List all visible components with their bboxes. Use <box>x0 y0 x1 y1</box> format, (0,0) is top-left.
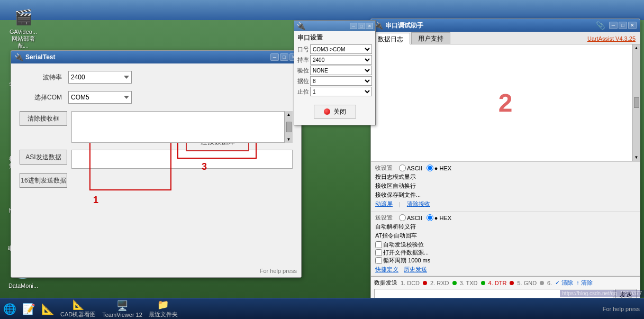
clear-receive-btn[interactable]: 清除接收框 <box>20 111 67 126</box>
asi-send-textarea[interactable] <box>71 150 293 169</box>
receive-ascii-label[interactable]: ASCII <box>399 165 422 171</box>
serial-test-icon: 🔌 <box>14 53 23 61</box>
com-select-row: 选择COM COM5 COM1 COM2 COM3 <box>20 91 293 104</box>
receive-settings-section: 收设置 ASCII ● HEX 按日志模式显示 <box>371 162 640 212</box>
link-divider: | <box>399 201 401 207</box>
taskbar-icon-doc[interactable]: 📝 <box>19 300 38 318</box>
send-hex-label[interactable]: ● HEX <box>427 214 451 221</box>
tab-data-log[interactable]: 数据日志 <box>371 33 410 44</box>
send-settings-section: 送设置 ASCII ● HEX 自动解析转义符 <box>371 212 640 276</box>
auto-save-text: 接收保存到文件... <box>375 191 421 199</box>
com-panel-close-btn[interactable]: ✕ <box>366 23 373 29</box>
receive-hex-radio[interactable] <box>427 165 433 171</box>
taskbar-item-teamviewer[interactable]: 🖥️ TeamViewer 12 <box>99 299 146 319</box>
desktop-icon-gavideo-label: GAVideo... 网站部署配... <box>6 29 40 50</box>
receive-textarea[interactable] <box>71 111 293 143</box>
stop-select[interactable]: 1 <box>310 87 372 96</box>
baud-rate-label: 波特率 <box>20 73 62 82</box>
auto-check-label: 自动发送校验位 <box>383 241 424 249</box>
data-select[interactable]: 8 <box>310 76 372 86</box>
receive-hex-label[interactable]: ● HEX <box>427 165 451 171</box>
mode-display-text: 按日志模式显示 <box>375 173 416 181</box>
signal-txd-dot <box>481 281 485 285</box>
scrollbar-down-icon[interactable]: ▼ <box>287 137 291 142</box>
clear-btn-2[interactable]: ↑ 清除 <box>576 279 593 287</box>
rate-row: 持率 2400 <box>297 55 372 65</box>
receive-settings-row4: 接收保存到文件... <box>375 191 636 199</box>
cycle-period-label: 循环周期 1000 ms <box>383 257 430 265</box>
send-checkbox-row3: 循环周期 1000 ms <box>375 257 636 265</box>
baud-rate-select[interactable]: 2400 4800 9600 19200 <box>68 71 132 84</box>
receive-scrollbar-up[interactable]: ▲ <box>634 45 639 50</box>
com-settings-panel: 🔌 ─ □ ✕ 串口设置 口号 COM3->COM 持率 2400 <box>294 20 376 125</box>
serial-test-minimize-btn[interactable]: ─ <box>270 53 279 61</box>
open-file-checkbox[interactable] <box>375 249 382 256</box>
clear-btn-1[interactable]: ✓ 清除 <box>555 279 573 287</box>
receive-scrollbar-thumb[interactable] <box>634 97 639 108</box>
taskbar-item-files[interactable]: 📁 最近文件夹 <box>146 298 181 319</box>
serial-test-window: 🔌 SerialTest ─ □ ✕ 波特率 2400 4800 9600 19… <box>11 50 302 278</box>
com-panel-maximize-btn[interactable]: □ <box>358 23 365 29</box>
signal-dcd-dot <box>423 281 427 285</box>
signal-3-label: 3. TXD <box>460 280 478 286</box>
receive-links-row: 动滚屏 | 清除接收 <box>375 200 636 208</box>
com-close-label: 关闭 <box>333 107 346 116</box>
check-label: 验位 <box>297 67 310 75</box>
com-close-btn[interactable]: 关闭 <box>314 105 356 119</box>
open-file-label: 打开文件数据源... <box>383 249 429 257</box>
scrollbar-thumb[interactable] <box>286 122 292 132</box>
serial-monitor-window: 🔌 串口调试助手 📎 ─ □ ✕ 数据日志 用户支持 UartAssist V4… <box>370 19 640 315</box>
clear-receive-link-btn[interactable]: 清除接收 <box>407 200 430 208</box>
signal-2-label: 2. RXD <box>430 280 449 286</box>
tab-user-support[interactable]: 用户支持 <box>411 32 450 44</box>
com-panel-minimize-btn[interactable]: ─ <box>350 23 357 29</box>
serial-monitor-close-btn[interactable]: ✕ <box>628 22 637 29</box>
signal-rxd-dot <box>452 281 457 285</box>
auto-check-checkbox[interactable] <box>375 241 382 248</box>
receive-scrollbar-down[interactable]: ▼ <box>634 155 639 160</box>
receive-ascii-radio[interactable] <box>399 165 406 171</box>
send-ascii-radio[interactable] <box>399 214 406 221</box>
taskbar-icon-cad2[interactable]: 📐 <box>38 300 57 318</box>
hex16-send-btn[interactable]: 16进制发送数据 <box>20 173 67 188</box>
quick-define-btn[interactable]: 快捷定义 <box>375 266 398 274</box>
serial-monitor-minimize-btn[interactable]: ─ <box>609 22 618 29</box>
stop-label: 止位 <box>297 88 310 96</box>
serial-monitor-restore-btn[interactable]: □ <box>619 22 627 29</box>
com-select[interactable]: COM5 COM1 COM2 COM3 <box>68 91 132 104</box>
port-select[interactable]: COM3->COM <box>310 44 372 54</box>
monitor-icon-btn[interactable]: 📎 <box>596 21 605 30</box>
serial-test-title: SerialTest <box>25 53 270 61</box>
send-ascii-label[interactable]: ASCII <box>399 214 422 221</box>
port-label: 口号 <box>297 45 310 53</box>
rate-select[interactable]: 2400 <box>310 55 372 65</box>
serial-test-titlebar[interactable]: 🔌 SerialTest ─ □ ✕ <box>11 51 301 63</box>
serial-monitor-controls: ─ □ ✕ <box>609 22 637 29</box>
cycle-period-checkbox[interactable] <box>375 257 382 264</box>
watermark: https://blog.csdn.net/qq_427 0377 <box>560 290 644 297</box>
number-label-1: 1 <box>93 195 98 206</box>
com-settings-header: 🔌 ─ □ ✕ <box>294 21 375 31</box>
history-send-btn[interactable]: 历史发送 <box>404 266 427 274</box>
taskbar-item-cad[interactable]: 📐 CAD机器看图 <box>57 298 99 319</box>
signal-gnd-dot <box>540 281 544 285</box>
asi-send-btn[interactable]: ASI发送数据 <box>20 150 67 165</box>
scrollbar-up-icon[interactable]: ▲ <box>287 112 291 117</box>
signal-1-label: 1. DCD <box>401 280 420 286</box>
send-settings-row1: 送设置 ASCII ● HEX <box>375 214 636 222</box>
send-settings-row3: AT指令自动回车 <box>375 232 636 240</box>
gavideo-icon: 🎬 <box>13 6 34 28</box>
help-text: For help press <box>260 268 297 274</box>
desktop-icon-gavideo[interactable]: 🎬 GAVideo... 网站部署配... <box>4 4 42 52</box>
port-row: 口号 COM3->COM <box>297 44 372 54</box>
monitor-receive-area: 2 ▲ ▼ <box>371 44 640 161</box>
send-settings-row2: 自动解析转义符 <box>375 223 636 231</box>
check-select[interactable]: NONE <box>310 66 372 75</box>
serial-monitor-titlebar[interactable]: 🔌 串口调试助手 📎 ─ □ ✕ <box>371 19 640 32</box>
auto-screen-btn[interactable]: 动滚屏 <box>375 200 393 208</box>
baud-rate-row: 波特率 2400 4800 9600 19200 <box>20 71 293 84</box>
taskbar-icon-cad[interactable]: 🌐 <box>0 300 19 318</box>
send-hex-radio[interactable] <box>427 214 433 221</box>
help-press-text: For help press <box>603 306 644 312</box>
serial-test-maximize-btn[interactable]: □ <box>280 53 288 61</box>
